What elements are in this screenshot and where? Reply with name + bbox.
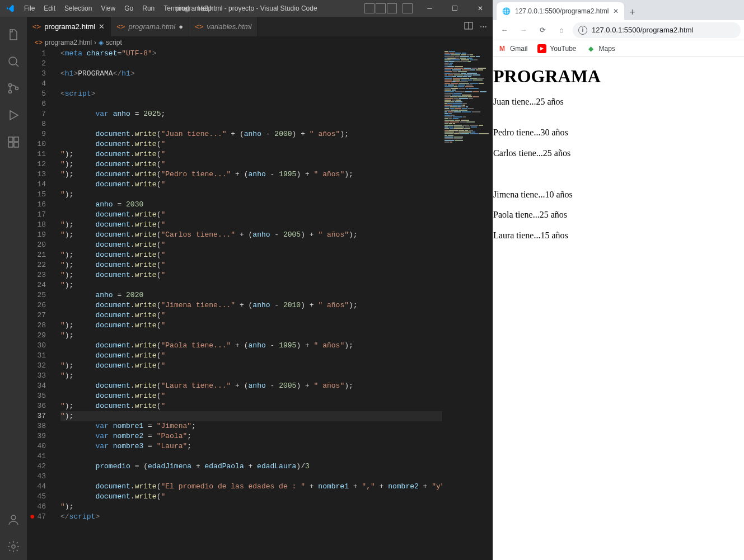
window-controls: ─ ☐ ✕ (364, 0, 493, 17)
search-icon[interactable] (0, 48, 27, 75)
html-file-icon: <> (116, 22, 125, 31)
page-content: PROGRAMA Juan tiene...25 años Pedro tien… (493, 57, 744, 560)
vscode-window: File Edit Selection View Go Run Terminal… (0, 0, 493, 560)
tab-variables[interactable]: <> variables.html (189, 17, 258, 36)
svg-point-9 (11, 515, 16, 520)
svg-point-0 (9, 57, 17, 65)
bookmark-label: YouTube (550, 45, 576, 53)
menu-selection[interactable]: Selection (60, 0, 96, 17)
url-text: 127.0.0.1:5500/programa2.html (592, 26, 693, 34)
svg-rect-7 (14, 143, 18, 147)
bookmark-gmail[interactable]: M Gmail (498, 44, 527, 53)
bookmark-label: Gmail (510, 45, 527, 53)
html-file-icon: <> (32, 22, 41, 31)
tab-label: variables.html (207, 22, 251, 31)
svg-rect-5 (8, 137, 13, 142)
code-content[interactable]: <meta charset="UTF-8"> <h1>PROGRAMA</h1>… (54, 49, 442, 560)
back-button[interactable]: ← (497, 22, 512, 38)
home-button[interactable]: ⌂ (554, 22, 569, 38)
tab-label: programa2.html (44, 22, 95, 31)
breadcrumb-file[interactable]: programa2.html (45, 39, 92, 46)
settings-icon[interactable] (0, 533, 27, 560)
address-bar[interactable]: i 127.0.0.1:5500/programa2.html (573, 22, 741, 38)
close-button[interactable]: ✕ (467, 0, 493, 17)
vscode-logo-icon (0, 4, 20, 13)
html-file-icon: <> (195, 22, 203, 31)
browser-tab-title: 127.0.0.1:5500/programa2.html (515, 7, 609, 15)
browser-window: 🌐 127.0.0.1:5500/programa2.html ✕ + ← → … (493, 0, 744, 560)
extensions-icon[interactable] (0, 129, 27, 156)
gmail-icon: M (498, 44, 507, 53)
globe-icon: 🌐 (502, 7, 511, 15)
minimap[interactable] (442, 49, 493, 560)
tab-label: programa.html (128, 22, 175, 31)
browser-toolbar: ← → ⟳ ⌂ i 127.0.0.1:5500/programa2.html (493, 20, 744, 40)
account-icon[interactable] (0, 506, 27, 533)
layout-icons (364, 3, 413, 13)
more-actions-icon[interactable]: ⋯ (480, 22, 487, 31)
activity-bar (0, 17, 27, 560)
run-debug-icon[interactable] (0, 102, 27, 129)
reload-button[interactable]: ⟳ (535, 22, 550, 38)
svg-point-3 (9, 91, 12, 93)
layout-bottom-icon[interactable] (376, 3, 386, 13)
browser-tab[interactable]: 🌐 127.0.0.1:5500/programa2.html ✕ (497, 2, 624, 20)
browser-tabstrip: 🌐 127.0.0.1:5500/programa2.html ✕ + (493, 0, 744, 20)
tab-actions: ⋯ (458, 17, 493, 36)
menu-view[interactable]: View (96, 0, 120, 17)
svg-point-2 (9, 84, 12, 87)
svg-rect-8 (14, 137, 18, 142)
editor-tabs: <> programa2.html ✕ <> programa.html ● <… (27, 17, 493, 36)
page-heading: PROGRAMA (493, 66, 744, 87)
gutter: 1234567891011121314151617181920212223242… (27, 49, 54, 560)
svg-point-4 (16, 87, 18, 90)
symbol-icon: ◈ (99, 39, 104, 46)
tab-programa2[interactable]: <> programa2.html ✕ (27, 17, 111, 36)
minimize-button[interactable]: ─ (417, 0, 442, 17)
forward-button[interactable]: → (516, 22, 531, 38)
breadcrumb-symbol[interactable]: script (106, 39, 122, 46)
maps-icon: ◆ (587, 44, 596, 53)
svg-line-1 (16, 64, 18, 67)
source-control-icon[interactable] (0, 75, 27, 102)
editor-area: <> programa2.html ✕ <> programa.html ● <… (27, 17, 493, 560)
chevron-right-icon: › (94, 39, 96, 46)
titlebar: File Edit Selection View Go Run Terminal… (0, 0, 493, 17)
menu-run[interactable]: Run (138, 0, 159, 17)
breadcrumbs[interactable]: <> programa2.html › ◈ script (27, 36, 493, 49)
bookmark-maps[interactable]: ◆ Maps (587, 44, 615, 53)
window-title: programa2.html - proyecto - Visual Studi… (175, 4, 317, 12)
html-file-icon: <> (35, 39, 43, 46)
layout-left-icon[interactable] (364, 3, 375, 13)
bookmarks-bar: M Gmail ▶ YouTube ◆ Maps (493, 40, 744, 57)
bookmark-label: Maps (599, 45, 615, 53)
menu-go[interactable]: Go (120, 0, 138, 17)
close-tab-icon[interactable]: ✕ (99, 22, 105, 31)
menu-file[interactable]: File (20, 0, 39, 17)
page-output: Juan tiene...25 años Pedro tiene...30 añ… (493, 97, 744, 241)
new-tab-button[interactable]: + (624, 4, 640, 20)
svg-point-10 (12, 545, 15, 548)
menu-edit[interactable]: Edit (39, 0, 60, 17)
site-info-icon[interactable]: i (578, 26, 587, 35)
dirty-indicator-icon[interactable]: ● (179, 22, 183, 31)
code-editor[interactable]: 1234567891011121314151617181920212223242… (27, 49, 493, 560)
split-editor-icon[interactable] (464, 21, 473, 32)
tab-programa[interactable]: <> programa.html ● (111, 17, 189, 36)
explorer-icon[interactable] (0, 21, 27, 48)
close-tab-icon[interactable]: ✕ (613, 7, 619, 15)
bookmark-youtube[interactable]: ▶ YouTube (537, 44, 576, 53)
layout-custom-icon[interactable] (403, 3, 413, 13)
maximize-button[interactable]: ☐ (442, 0, 467, 17)
youtube-icon: ▶ (537, 44, 546, 53)
layout-right-icon[interactable] (387, 3, 397, 13)
svg-rect-6 (8, 143, 13, 147)
